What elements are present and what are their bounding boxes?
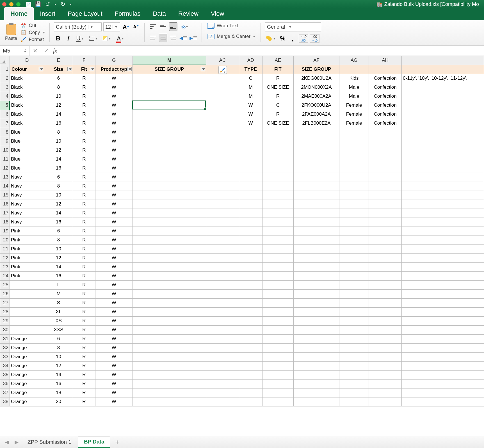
cell-AD11[interactable]: [239, 155, 262, 164]
cell-G21[interactable]: W: [95, 244, 133, 253]
italic-button[interactable]: I: [64, 34, 72, 43]
cell-AH30[interactable]: [369, 325, 401, 334]
cell-last5[interactable]: [402, 101, 484, 110]
cell-AF12[interactable]: [293, 164, 339, 173]
cell-G30[interactable]: W: [95, 325, 133, 334]
cell-G20[interactable]: W: [95, 236, 133, 244]
row-header-23[interactable]: 23: [0, 262, 10, 271]
cell-last10[interactable]: [402, 146, 484, 155]
cell-AH34[interactable]: [369, 361, 401, 370]
cell-AF30[interactable]: [293, 325, 339, 334]
row-header-16[interactable]: 16: [0, 200, 10, 209]
cell-AE23[interactable]: [262, 262, 293, 271]
cell-M22[interactable]: [133, 253, 206, 262]
col-header-AE[interactable]: AE: [262, 56, 293, 65]
tab-home[interactable]: Home: [4, 7, 34, 20]
cell-AC3[interactable]: [206, 83, 239, 92]
grow-font-button[interactable]: A▲: [122, 23, 130, 31]
cell-E25[interactable]: L: [44, 280, 73, 289]
cell-D37[interactable]: Orange: [10, 388, 44, 397]
cell-AF26[interactable]: [293, 289, 339, 298]
percent-button[interactable]: %: [278, 34, 287, 43]
cell-AC22[interactable]: [206, 253, 239, 262]
cell-AC10[interactable]: [206, 146, 239, 155]
cell-AE13[interactable]: [262, 173, 293, 182]
cell-AF8[interactable]: [293, 128, 339, 137]
cell-E34[interactable]: 12: [44, 361, 73, 370]
cell-AH9[interactable]: [369, 137, 401, 146]
cell-F17[interactable]: R: [73, 209, 95, 218]
cell-M17[interactable]: [133, 209, 206, 218]
shrink-font-button[interactable]: A▼: [132, 23, 140, 31]
cell-AG15[interactable]: [339, 191, 369, 200]
cell-AE19[interactable]: [262, 227, 293, 236]
cell-M10[interactable]: [133, 146, 206, 155]
undo-icon[interactable]: ↺: [45, 1, 50, 8]
cell-M37[interactable]: [133, 388, 206, 397]
cell-E27[interactable]: S: [44, 298, 73, 307]
cell-AC7[interactable]: [206, 119, 239, 128]
align-top-button[interactable]: [149, 22, 157, 31]
cell-AE15[interactable]: [262, 191, 293, 200]
cell-F8[interactable]: R: [73, 128, 95, 137]
cell-AH4[interactable]: Confection: [369, 92, 401, 101]
row-header-2[interactable]: 2: [0, 74, 10, 83]
borders-button[interactable]: ▼: [88, 34, 99, 43]
cell-AE3[interactable]: ONE SIZE: [262, 83, 293, 92]
cell-AH2[interactable]: Confection: [369, 74, 401, 83]
cell-F37[interactable]: R: [73, 388, 95, 397]
row-header-12[interactable]: 12: [0, 164, 10, 173]
wrap-text-button[interactable]: Wrap Text: [206, 22, 257, 29]
table-header-M[interactable]: SIZE GROUP: [133, 65, 206, 74]
cell-AH36[interactable]: [369, 379, 401, 388]
worksheet-area[interactable]: DEFGMACADAEAFAGAH 1ColourSizeFitProduct …: [0, 56, 484, 421]
cell-AC17[interactable]: [206, 209, 239, 218]
cell-G28[interactable]: W: [95, 307, 133, 316]
cell-E29[interactable]: XS: [44, 316, 73, 325]
cell-G32[interactable]: W: [95, 343, 133, 352]
cell-AG33[interactable]: [339, 352, 369, 361]
cell-M33[interactable]: [133, 352, 206, 361]
cell-AC19[interactable]: [206, 227, 239, 236]
cell-AD13[interactable]: [239, 173, 262, 182]
cell-AD34[interactable]: [239, 361, 262, 370]
cell-AC27[interactable]: [206, 298, 239, 307]
cell-AH33[interactable]: [369, 352, 401, 361]
cell-AD5[interactable]: W: [239, 101, 262, 110]
cell-AE33[interactable]: [262, 352, 293, 361]
cell-D16[interactable]: Navy: [10, 200, 44, 209]
confirm-formula-button[interactable]: ✓: [41, 47, 52, 54]
cell-E32[interactable]: 8: [44, 343, 73, 352]
cell-AF13[interactable]: [293, 173, 339, 182]
cell-F18[interactable]: R: [73, 218, 95, 227]
cell-AD7[interactable]: W: [239, 119, 262, 128]
cell-AC14[interactable]: [206, 182, 239, 191]
cell-AF7[interactable]: 2FLB000E2A: [293, 119, 339, 128]
cell-G16[interactable]: W: [95, 200, 133, 209]
cell-E12[interactable]: 16: [44, 164, 73, 173]
cell-AG22[interactable]: [339, 253, 369, 262]
cut-button[interactable]: ✂️ Cut: [20, 22, 45, 28]
cell-AD18[interactable]: [239, 218, 262, 227]
cell-AH6[interactable]: Confection: [369, 110, 401, 119]
cell-last25[interactable]: [402, 280, 484, 289]
name-box[interactable]: M5 ▲▼: [0, 46, 29, 56]
align-middle-button[interactable]: [159, 22, 167, 31]
cell-AE14[interactable]: [262, 182, 293, 191]
cell-AD37[interactable]: [239, 388, 262, 397]
cell-AE28[interactable]: [262, 307, 293, 316]
cell-AG26[interactable]: [339, 289, 369, 298]
sheet-tab-2[interactable]: BP Data: [78, 436, 110, 448]
cell-AE21[interactable]: [262, 244, 293, 253]
add-sheet-button[interactable]: +: [111, 437, 123, 447]
cell-D32[interactable]: Orange: [10, 343, 44, 352]
cell-AF35[interactable]: [293, 370, 339, 379]
cell-AH15[interactable]: [369, 191, 401, 200]
cell-AF17[interactable]: [293, 209, 339, 218]
cell-F23[interactable]: R: [73, 262, 95, 271]
cell-F13[interactable]: R: [73, 173, 95, 182]
cell-M29[interactable]: [133, 316, 206, 325]
row-header-15[interactable]: 15: [0, 191, 10, 200]
cell-last23[interactable]: [402, 262, 484, 271]
cell-F24[interactable]: R: [73, 271, 95, 280]
